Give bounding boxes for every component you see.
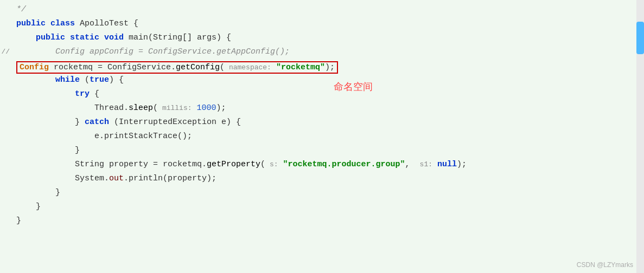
scrollbar-thumb[interactable] <box>636 22 644 54</box>
code-content: try { <box>16 89 99 99</box>
code-line-close-class: } <box>0 216 644 230</box>
code-content: public static void main(String[] args) { <box>16 33 231 42</box>
code-line-try: try { <box>0 89 644 103</box>
code-line-close-main: } <box>0 202 644 216</box>
code-content: */ <box>16 5 26 14</box>
highlight-box: Config rocketmq = ConfigService.getConfi… <box>16 61 338 74</box>
code-line-println: System.out.println(property); <box>0 173 644 187</box>
code-line-commented: // Config appConfig = ConfigService.getA… <box>0 47 644 61</box>
code-content: System.out.println(property); <box>16 174 216 183</box>
scrollbar[interactable] <box>636 0 644 273</box>
code-line-catch: } catch (InterruptedException e) { <box>0 117 644 131</box>
code-content: Config rocketmq = ConfigService.getConfi… <box>20 63 335 72</box>
code-content: String property = rocketmq.getProperty( … <box>16 160 467 169</box>
code-line-property: String property = rocketmq.getProperty( … <box>0 159 644 173</box>
code-container: */ public class ApolloTest { public stat… <box>0 0 644 273</box>
code-line-close-catch: } <box>0 145 644 159</box>
code-content: while (true) { <box>16 75 124 84</box>
code-content: } <box>16 216 21 225</box>
code-line-close-while: } <box>0 187 644 202</box>
code-content: } <box>16 146 80 155</box>
code-content: } <box>16 188 60 197</box>
code-content: } catch (InterruptedException e) { <box>16 118 241 127</box>
watermark: CSDN @LZYmarks <box>577 261 633 269</box>
code-content: Config appConfig = ConfigService.getAppC… <box>16 47 290 56</box>
code-content: e.printStackTrace(); <box>16 132 192 141</box>
code-line-highlight: Config rocketmq = ConfigService.getConfi… <box>0 61 644 75</box>
code-line-while: while (true) { <box>0 75 644 89</box>
code-line-sleep: Thread.sleep( millis: 1000); <box>0 103 644 117</box>
code-content: public class ApolloTest { <box>16 19 138 28</box>
code-line-main: public static void main(String[] args) { <box>0 32 644 47</box>
code-content: } <box>16 202 41 211</box>
code-line-class: public class ApolloTest { <box>0 18 644 32</box>
code-content: Thread.sleep( millis: 1000); <box>16 103 226 113</box>
code-line-stacktrace: e.printStackTrace(); <box>0 131 644 145</box>
code-line-comment-end: */ <box>0 4 644 18</box>
line-number: // <box>0 48 16 56</box>
